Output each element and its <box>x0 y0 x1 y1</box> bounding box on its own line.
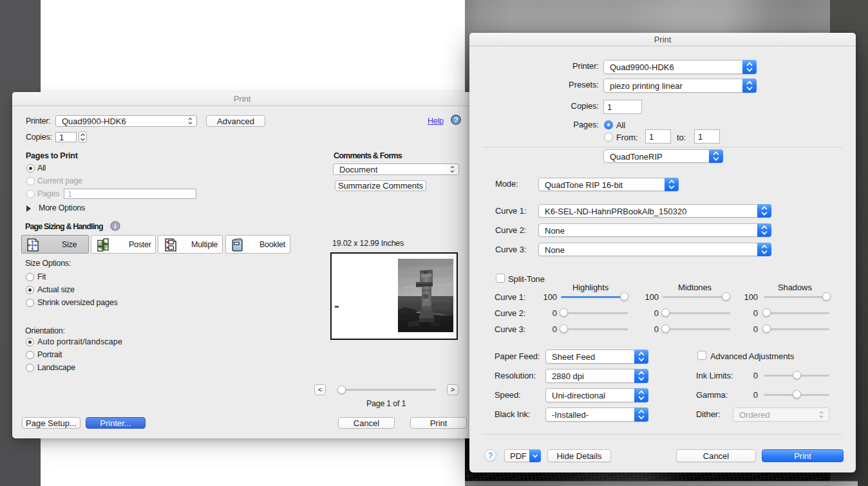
svg-text:i: i <box>115 223 117 230</box>
svg-text:?: ? <box>454 116 458 124</box>
